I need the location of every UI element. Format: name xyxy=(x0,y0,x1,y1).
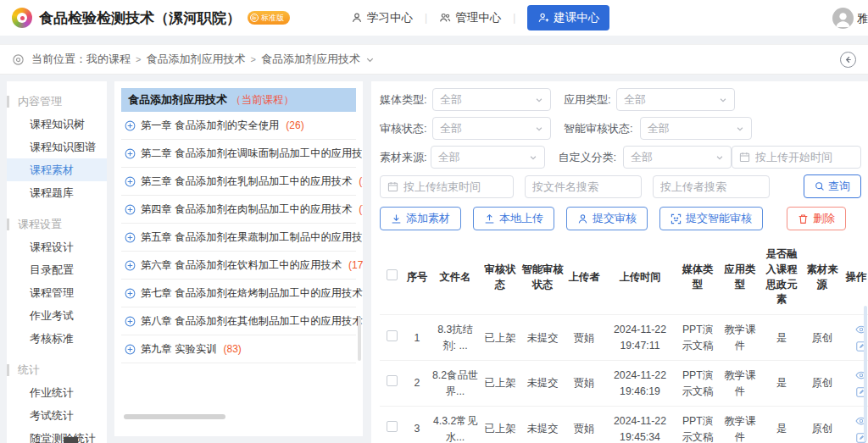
cell-ideology: 是 xyxy=(761,361,802,407)
col-header-upload-time: 上传时间 xyxy=(604,241,676,315)
expand-plus-icon[interactable] xyxy=(125,344,136,355)
chapter-item-2[interactable]: 第二章 食品添加剂在调味面制品加工中的应用技术 (61) xyxy=(121,140,356,168)
material-count: (26) xyxy=(286,119,303,131)
avatar[interactable] xyxy=(832,8,854,29)
chevron-down-icon xyxy=(535,96,543,104)
calendar-icon xyxy=(387,181,398,192)
breadcrumb-item-my-courses[interactable]: 我的课程 xyxy=(86,52,131,67)
chapter-item-1[interactable]: 第一章 食品添加剂的安全使用 (26) xyxy=(121,112,356,140)
download-icon xyxy=(391,213,402,224)
sidebar-item-knowledge-tree[interactable]: 课程知识树 xyxy=(7,113,107,136)
chapter-item-5[interactable]: 第五章 食品添加剂在果蔬制加工制品中的应用技术 (76) xyxy=(121,224,356,252)
cell-filename[interactable]: 8.3抗结剂: ... xyxy=(431,315,480,361)
review-status-select[interactable]: 全部 xyxy=(432,117,551,140)
smart-review-status-select[interactable]: 全部 xyxy=(640,117,752,140)
sidebar-item-question-bank[interactable]: 课程题库 xyxy=(7,181,107,204)
upload-end-date-input[interactable] xyxy=(380,175,514,198)
breadcrumb-item-course[interactable]: 食品添加剂应用技术 xyxy=(146,52,245,67)
query-button[interactable]: 查询 xyxy=(804,174,861,198)
user-area: 雅 xyxy=(829,0,868,36)
materials-panel: 媒体类型: 全部 应用类型: 全部 审核状态: 全部 智能审核状态: 全部 素材… xyxy=(371,81,868,443)
sidebar-item-homework-stats[interactable]: 作业统计 xyxy=(7,381,107,404)
person-check-icon xyxy=(577,213,588,224)
horizontal-scrollbar[interactable] xyxy=(124,414,225,419)
nav-manage-center[interactable]: 管理中心 xyxy=(439,10,501,25)
expand-plus-icon[interactable] xyxy=(125,260,136,271)
delete-button[interactable]: 删除 xyxy=(787,207,846,230)
expand-plus-icon[interactable] xyxy=(125,120,136,131)
sidebar-item-homework-exam[interactable]: 作业考试 xyxy=(7,304,107,327)
breadcrumb-separator: > xyxy=(136,54,141,64)
cell-review-status: 已上架 xyxy=(480,315,520,361)
sidebar-item-catalog-config[interactable]: 目录配置 xyxy=(7,258,107,281)
filter-label-app-type: 应用类型: xyxy=(564,92,616,108)
chapter-item-8[interactable]: 第八章 食品添加剂在其他制品加工中的应用技术 (114) xyxy=(121,307,356,335)
app-type-select[interactable]: 全部 xyxy=(616,88,735,111)
sidebar-item-quiz-stats[interactable]: 随堂测验统计 xyxy=(7,427,107,443)
nav-course-builder[interactable]: 建课中心 xyxy=(527,5,609,30)
breadcrumb-bar: 当前位置： 我的课程 > 食品添加剂应用技术 > 食品添加剂应用技术 xyxy=(0,44,868,75)
media-type-select[interactable]: 全部 xyxy=(432,88,551,111)
chevron-down-icon xyxy=(715,153,724,162)
local-upload-button[interactable]: 本地上传 xyxy=(473,207,554,230)
current-course-header[interactable]: 食品添加剂应用技术 （当前课程） xyxy=(121,88,356,112)
submit-smart-review-button[interactable]: 提交智能审核 xyxy=(659,207,763,230)
uploader-search-input[interactable] xyxy=(653,175,770,198)
select-all-checkbox[interactable] xyxy=(387,269,398,280)
expand-plus-icon[interactable] xyxy=(125,316,136,327)
custom-category-select[interactable]: 全部 xyxy=(623,146,732,169)
filter-label-media-type: 媒体类型: xyxy=(380,92,432,108)
search-icon xyxy=(815,181,825,191)
sidebar-section-content-management: 内容管理 xyxy=(7,96,107,108)
upload-start-date-input[interactable] xyxy=(732,146,861,169)
cell-smart-review: 未提交 xyxy=(520,361,565,407)
material-count: (122) xyxy=(359,175,363,187)
user-name: 雅 xyxy=(857,11,868,26)
chapter-item-7[interactable]: 第七章 食品添加剂在焙烤制品加工中的应用技术 (49) xyxy=(121,280,356,307)
chapter-item-6[interactable]: 第六章 食品添加剂在饮料加工中的应用技术 (179) xyxy=(121,252,356,280)
cell-app-type: 教学课件 xyxy=(719,407,761,443)
submit-review-button[interactable]: 提交审核 xyxy=(566,207,648,230)
nav-learning-center[interactable]: 学习中心 xyxy=(351,10,413,25)
row-checkbox[interactable] xyxy=(387,375,398,386)
add-material-button[interactable]: 添加素材 xyxy=(380,207,461,230)
cell-uploader: 贾娟 xyxy=(565,315,604,361)
row-checkbox[interactable] xyxy=(387,330,398,341)
course-title: 食品添加剂应用技术 xyxy=(128,92,227,108)
breadcrumb-chevron-down-icon[interactable] xyxy=(365,55,375,64)
expand-plus-icon[interactable] xyxy=(125,148,136,159)
row-checkbox[interactable] xyxy=(387,421,398,432)
expand-plus-icon[interactable] xyxy=(125,288,136,299)
back-button[interactable] xyxy=(840,52,856,68)
cell-filename[interactable]: 8.2食品世界... xyxy=(431,361,480,407)
cell-upload-time: 2024-11-22 19:46:19 xyxy=(604,361,676,407)
sidebar-item-course-materials[interactable]: 课程素材 xyxy=(7,158,107,181)
sidebar-item-exam-stats[interactable]: 考试统计 xyxy=(7,404,107,427)
location-icon xyxy=(12,53,25,66)
chapter-item-3[interactable]: 第三章 食品添加剂在乳制品加工中的应用技术 (122) xyxy=(121,168,356,196)
cell-smart-review: 未提交 xyxy=(520,315,565,361)
material-source-select[interactable]: 全部 xyxy=(431,146,546,169)
sidebar-item-course-management[interactable]: 课程管理 xyxy=(7,281,107,304)
top-bar: 食品检验检测技术（漯河职院） 标 标准版 学习中心 | 管理中心 | 建课中心 … xyxy=(0,0,868,36)
sidebar-item-course-design[interactable]: 课程设计 xyxy=(7,235,107,258)
col-header-uploader: 上传者 xyxy=(565,241,604,315)
chapter-item-9[interactable]: 第九章 实验实训 (83) xyxy=(121,335,356,363)
sidebar-item-knowledge-graph[interactable]: 课程知识图谱 xyxy=(7,136,107,158)
col-header-app-type: 应用类型 xyxy=(719,241,761,315)
chapter-item-4[interactable]: 第四章 食品添加剂在肉制品加工中的应用技术 (79) xyxy=(121,196,356,224)
upload-icon xyxy=(484,213,495,224)
top-nav: 学习中心 | 管理中心 | 建课中心 xyxy=(351,5,609,30)
sidebar-item-assessment-standard[interactable]: 考核标准 xyxy=(7,327,107,350)
badge-label: 标准版 xyxy=(261,13,284,24)
filename-search-input[interactable] xyxy=(525,175,642,198)
cell-filename[interactable]: 4.3.2常见水... xyxy=(431,407,480,443)
breadcrumb-separator: > xyxy=(250,54,255,64)
vertical-scrollbar[interactable] xyxy=(864,306,867,441)
vertical-scrollbar[interactable] xyxy=(358,317,361,361)
cell-ideology: 是 xyxy=(761,315,802,361)
expand-plus-icon[interactable] xyxy=(125,204,136,215)
breadcrumb-item-current[interactable]: 食品添加剂应用技术 xyxy=(261,52,360,67)
expand-plus-icon[interactable] xyxy=(125,232,136,243)
expand-plus-icon[interactable] xyxy=(125,176,136,187)
